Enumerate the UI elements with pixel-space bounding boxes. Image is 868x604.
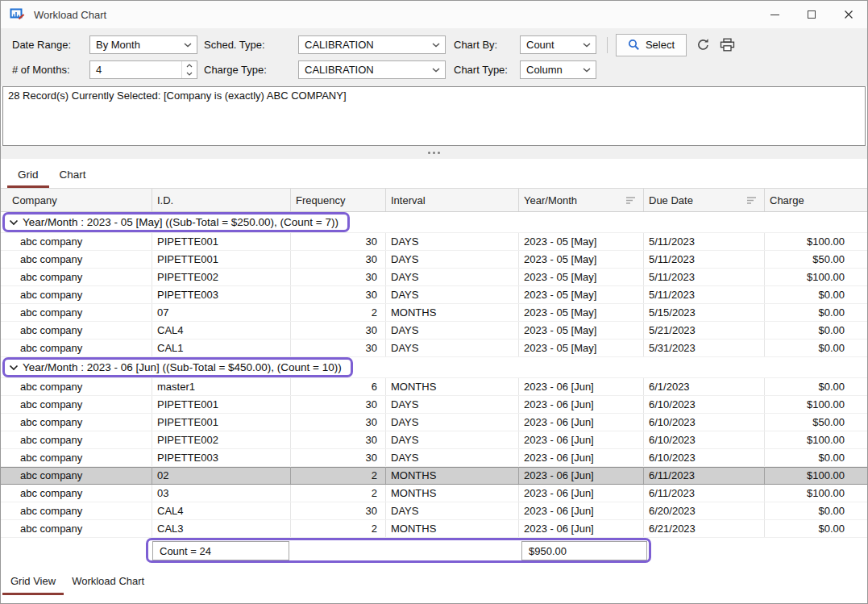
column-header-frequency[interactable]: Frequency bbox=[291, 189, 386, 211]
grid-cell-duedate[interactable]: 5/15/2023 bbox=[644, 304, 765, 321]
grid-cell-duedate[interactable]: 5/31/2023 bbox=[644, 339, 765, 356]
table-row[interactable]: abc company072MONTHS2023 - 05 [May]5/15/… bbox=[1, 304, 867, 322]
column-header-id[interactable]: I.D. bbox=[152, 189, 291, 211]
grid-cell-charge[interactable]: $100.00 bbox=[765, 485, 867, 502]
grid-cell-yearmonth[interactable]: 2023 - 05 [May] bbox=[519, 286, 644, 303]
grid-cell-interval[interactable]: DAYS bbox=[386, 502, 519, 519]
grid-cell-frequency[interactable]: 30 bbox=[291, 396, 386, 413]
grid-cell-charge[interactable]: $0.00 bbox=[765, 520, 867, 537]
grid-cell-frequency[interactable]: 2 bbox=[291, 304, 386, 321]
minimize-button[interactable] bbox=[756, 1, 793, 28]
grid-cell-interval[interactable]: DAYS bbox=[386, 414, 519, 431]
grid-cell-frequency[interactable]: 2 bbox=[291, 467, 386, 484]
grid-cell-company[interactable]: abc company bbox=[1, 286, 152, 303]
grid-cell-company[interactable]: abc company bbox=[1, 233, 152, 250]
select-button[interactable]: Select bbox=[616, 34, 687, 56]
tab-grid[interactable]: Grid bbox=[7, 162, 49, 188]
grid-cell-yearmonth[interactable]: 2023 - 06 [Jun] bbox=[519, 467, 644, 484]
column-header-charge[interactable]: Charge bbox=[765, 189, 867, 211]
column-header-duedate[interactable]: Due Date bbox=[644, 189, 765, 211]
grid-cell-charge[interactable]: $0.00 bbox=[765, 339, 867, 356]
grid-cell-frequency[interactable]: 30 bbox=[291, 431, 386, 448]
grid-cell-interval[interactable]: DAYS bbox=[386, 322, 519, 339]
months-spinner[interactable]: 4 bbox=[89, 60, 197, 79]
grid-cell-yearmonth[interactable]: 2023 - 06 [Jun] bbox=[519, 449, 644, 466]
grid-cell-yearmonth[interactable]: 2023 - 05 [May] bbox=[519, 339, 644, 356]
grid-cell-duedate[interactable]: 5/11/2023 bbox=[644, 233, 765, 250]
grid-cell-frequency[interactable]: 30 bbox=[291, 269, 386, 285]
group-header-highlight[interactable]: Year/Month : 2023 - 05 [May] ((Sub-Total… bbox=[2, 212, 350, 232]
chart-type-select[interactable]: Column bbox=[520, 60, 596, 79]
chevron-down-icon[interactable] bbox=[9, 364, 19, 371]
grid-cell-interval[interactable]: DAYS bbox=[386, 269, 519, 285]
grid-cell-interval[interactable]: MONTHS bbox=[386, 520, 519, 537]
chart-by-select[interactable]: Count bbox=[520, 35, 596, 54]
grid-cell-company[interactable]: abc company bbox=[1, 431, 152, 448]
grid-cell-charge[interactable]: $100.00 bbox=[765, 467, 867, 484]
grid-cell-charge[interactable]: $0.00 bbox=[765, 304, 867, 321]
grid-cell-charge[interactable]: $0.00 bbox=[765, 286, 867, 303]
table-row[interactable]: abc company032MONTHS2023 - 06 [Jun]6/11/… bbox=[1, 485, 867, 502]
grid-cell-id[interactable]: 03 bbox=[152, 485, 291, 502]
grid-cell-company[interactable]: abc company bbox=[1, 304, 152, 321]
grid-cell-id[interactable]: CAL3 bbox=[152, 520, 291, 537]
grid-cell-id[interactable]: 07 bbox=[152, 304, 291, 321]
table-row[interactable]: abc company022MONTHS2023 - 06 [Jun]6/11/… bbox=[1, 467, 867, 485]
table-row[interactable]: abc companyPIPETTE00330DAYS2023 - 05 [Ma… bbox=[1, 286, 867, 304]
column-header-yearmonth[interactable]: Year/Month bbox=[519, 189, 644, 211]
grid-cell-charge[interactable]: $100.00 bbox=[765, 431, 867, 448]
grid-cell-yearmonth[interactable]: 2023 - 05 [May] bbox=[519, 322, 644, 339]
tab-workload-chart[interactable]: Workload Chart bbox=[64, 569, 152, 595]
grid-cell-yearmonth[interactable]: 2023 - 06 [Jun] bbox=[519, 502, 644, 519]
grid-cell-company[interactable]: abc company bbox=[1, 322, 152, 339]
grid-cell-duedate[interactable]: 6/20/2023 bbox=[644, 502, 765, 519]
chevron-down-icon[interactable] bbox=[9, 219, 19, 226]
grid-cell-company[interactable]: abc company bbox=[1, 251, 152, 268]
group-row[interactable]: Year/Month : 2023 - 05 [May] ((Sub-Total… bbox=[1, 212, 867, 233]
grid-cell-yearmonth[interactable]: 2023 - 06 [Jun] bbox=[519, 520, 644, 537]
grid-cell-frequency[interactable]: 2 bbox=[291, 520, 386, 537]
grid-cell-frequency[interactable]: 30 bbox=[291, 414, 386, 431]
grid-cell-company[interactable]: abc company bbox=[1, 378, 152, 395]
grid-cell-id[interactable]: PIPETTE001 bbox=[152, 396, 291, 413]
grid-cell-id[interactable]: PIPETTE001 bbox=[152, 414, 291, 431]
grid-cell-charge[interactable]: $0.00 bbox=[765, 378, 867, 395]
grid-cell-company[interactable]: abc company bbox=[1, 269, 152, 285]
grid-cell-duedate[interactable]: 6/10/2023 bbox=[644, 449, 765, 466]
grid-cell-frequency[interactable]: 30 bbox=[291, 339, 386, 356]
grid-cell-yearmonth[interactable]: 2023 - 05 [May] bbox=[519, 269, 644, 285]
grid-cell-duedate[interactable]: 5/11/2023 bbox=[644, 286, 765, 303]
grid-cell-company[interactable]: abc company bbox=[1, 485, 152, 502]
tab-grid-view[interactable]: Grid View bbox=[2, 569, 64, 595]
grid-cell-duedate[interactable]: 6/1/2023 bbox=[644, 378, 765, 395]
grid-cell-interval[interactable]: MONTHS bbox=[386, 378, 519, 395]
spinner-down-button[interactable] bbox=[182, 70, 197, 79]
grid-cell-charge[interactable]: $0.00 bbox=[765, 502, 867, 519]
grid-cell-charge[interactable]: $100.00 bbox=[765, 233, 867, 250]
filter-textbox[interactable]: 28 Record(s) Currently Selected: [Compan… bbox=[2, 86, 866, 146]
table-row[interactable]: abc companyPIPETTE00130DAYS2023 - 05 [Ma… bbox=[1, 251, 867, 269]
grid-cell-charge[interactable]: $100.00 bbox=[765, 269, 867, 285]
sort-ascending-icon[interactable] bbox=[746, 196, 757, 205]
grid-cell-yearmonth[interactable]: 2023 - 05 [May] bbox=[519, 304, 644, 321]
grid-cell-company[interactable]: abc company bbox=[1, 520, 152, 537]
grid-cell-yearmonth[interactable]: 2023 - 06 [Jun] bbox=[519, 378, 644, 395]
grid-cell-interval[interactable]: MONTHS bbox=[386, 304, 519, 321]
grid-cell-duedate[interactable]: 5/11/2023 bbox=[644, 251, 765, 268]
grid-cell-interval[interactable]: DAYS bbox=[386, 233, 519, 250]
grid-cell-id[interactable]: CAL1 bbox=[152, 339, 291, 356]
grid-cell-frequency[interactable]: 30 bbox=[291, 233, 386, 250]
tab-chart[interactable]: Chart bbox=[49, 162, 97, 188]
sort-ascending-icon[interactable] bbox=[625, 196, 636, 205]
grid-cell-yearmonth[interactable]: 2023 - 06 [Jun] bbox=[519, 485, 644, 502]
refresh-button[interactable] bbox=[696, 38, 710, 52]
grid-cell-duedate[interactable]: 6/21/2023 bbox=[644, 520, 765, 537]
table-row[interactable]: abc companyCAL430DAYS2023 - 05 [May]5/21… bbox=[1, 322, 867, 339]
grid-cell-duedate[interactable]: 6/11/2023 bbox=[644, 485, 765, 502]
grid-cell-interval[interactable]: DAYS bbox=[386, 286, 519, 303]
grid-cell-id[interactable]: 02 bbox=[152, 467, 291, 484]
grid-cell-id[interactable]: CAL4 bbox=[152, 502, 291, 519]
date-range-select[interactable]: By Month bbox=[89, 35, 197, 54]
table-row[interactable]: abc companyPIPETTE00230DAYS2023 - 05 [Ma… bbox=[1, 269, 867, 286]
grid-cell-id[interactable]: CAL4 bbox=[152, 322, 291, 339]
